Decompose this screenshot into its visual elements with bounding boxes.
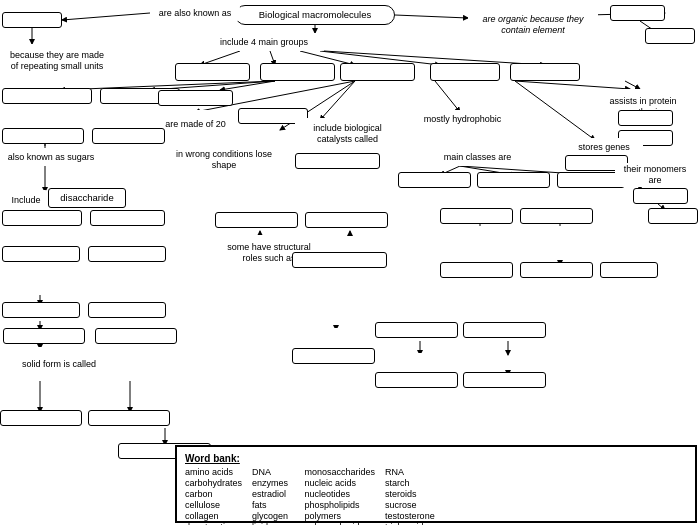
are-made-20-label: are made of 20 xyxy=(158,110,233,138)
also-known-as-label: are also known as xyxy=(150,5,240,21)
word-bank-col-mid1: DNA enzymes estradiol fats glycogen lipi… xyxy=(252,467,295,525)
blank-inc2 xyxy=(90,210,165,226)
are-organic-label: are organic because they contain element xyxy=(468,3,598,47)
mostly-hydro-label: mostly hydrophobic xyxy=(415,110,510,128)
blank-adip3 xyxy=(375,372,458,388)
incl-hormones-label xyxy=(440,228,555,264)
blank-mono1 xyxy=(633,188,688,204)
blank-sug1 xyxy=(2,128,84,144)
include-label: Include xyxy=(4,190,48,210)
blank-horm3 xyxy=(440,262,513,278)
svg-line-18 xyxy=(320,81,355,120)
blank-box-top-left xyxy=(2,12,62,28)
blank-plants2 xyxy=(95,328,177,344)
svg-line-2 xyxy=(395,15,468,18)
blank-cellm1 xyxy=(292,252,387,268)
blank-struct1 xyxy=(215,212,298,228)
blank-cat1 xyxy=(295,153,380,169)
word-bank: Word bank: amino acids carbohydrates car… xyxy=(175,445,697,523)
blank-gluc4 xyxy=(88,302,166,318)
used-plants-label: solid form is called xyxy=(3,347,115,381)
main-dietary-label xyxy=(0,430,120,466)
blank-box-bl1 xyxy=(2,88,92,104)
main-classes-label: main classes are xyxy=(430,148,525,166)
blank-gluc3 xyxy=(2,302,80,318)
word-bank-col-right: RNA starch steroids sucrose testosterone… xyxy=(385,467,435,525)
their-mono-label: their monomers are xyxy=(615,163,695,187)
svg-line-19 xyxy=(435,81,460,112)
blank-horm5 xyxy=(600,262,658,278)
blank-df2 xyxy=(88,410,170,426)
blank-mc1 xyxy=(398,172,471,188)
main-group-box2 xyxy=(260,63,335,81)
concept-map: Biological macromolecules are organic be… xyxy=(0,0,700,525)
blank-adip1 xyxy=(375,322,458,338)
word-bank-col-mid2: monosaccharides nucleic acids nucleotide… xyxy=(305,467,376,525)
svg-line-21 xyxy=(515,81,595,140)
blank-mono2 xyxy=(648,208,698,224)
stores-genes-label: stores genes xyxy=(565,138,643,156)
main-group-box3 xyxy=(340,63,415,81)
blank-horm4 xyxy=(520,262,593,278)
blank-adip4 xyxy=(463,372,546,388)
blank-box-far-right1 xyxy=(610,5,665,21)
word-bank-columns: amino acids carbohydrates carbon cellulo… xyxy=(185,467,687,525)
svg-line-3 xyxy=(62,13,150,20)
main-group-box1 xyxy=(175,63,250,81)
incl-bio-cat-label: include biological catalysts called xyxy=(295,118,400,150)
blank-solid1 xyxy=(292,348,375,364)
blank-struct2 xyxy=(305,212,388,228)
blank-df1 xyxy=(0,410,82,426)
svg-line-20 xyxy=(515,81,630,89)
blank-horm2 xyxy=(520,208,593,224)
svg-line-12 xyxy=(625,81,640,89)
svg-line-13 xyxy=(220,81,275,90)
main-group-box5 xyxy=(510,63,580,81)
include-4-label: include 4 main groups xyxy=(204,33,324,51)
blank-sug2 xyxy=(92,128,165,144)
blank-inc1 xyxy=(2,210,82,226)
blank-gluc2 xyxy=(88,246,166,262)
blank-horm1 xyxy=(440,208,513,224)
blank-gluc1 xyxy=(2,246,80,262)
such-gluc-label xyxy=(2,262,105,294)
blank-box-far-right2 xyxy=(645,28,695,44)
wrong-cond-label: in wrong conditions lose shape xyxy=(170,142,278,178)
word-bank-col-left: amino acids carbohydrates carbon cellulo… xyxy=(185,467,242,525)
blank-aa1 xyxy=(158,90,233,106)
word-bank-title: Word bank: xyxy=(185,453,687,464)
blank-right1 xyxy=(618,110,673,126)
blank-adip2 xyxy=(463,322,546,338)
bio-macro-node: Biological macromolecules xyxy=(235,5,395,25)
because-rep-label: because they are made of repeating small… xyxy=(2,44,112,78)
disaccharide-node: disaccharide xyxy=(48,188,126,208)
main-group-box4 xyxy=(430,63,500,81)
main-cell-mem-label xyxy=(292,267,417,299)
also-known-sugars-label: also known as sugars xyxy=(2,148,100,166)
blank-plants1 xyxy=(3,328,85,344)
blank-mc2 xyxy=(477,172,550,188)
